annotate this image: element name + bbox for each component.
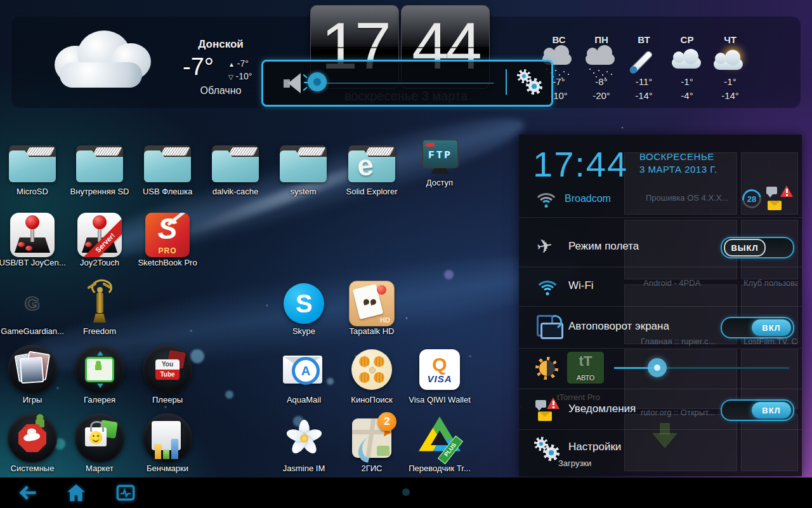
forecast-day: ПН [580, 34, 623, 45]
mail-notification-icon [768, 201, 782, 210]
app-skype[interactable]: S Skype [270, 281, 337, 345]
forecast-low: -20° [580, 90, 623, 101]
row-airplane-mode[interactable]: ✈ Режим полета ВЫКЛ [532, 227, 802, 267]
forecast-widget[interactable]: ВС ПН ВТ СР ЧТ -7° -8° -11° -1° -1° -10°… [537, 30, 753, 100]
row-wifi[interactable]: Wi-Fi [532, 267, 802, 306]
network-name[interactable]: Broadcom [565, 193, 611, 204]
weather-low-icon: ▽ [228, 74, 233, 81]
app-usb-bt-joycenter[interactable]: USB/BT JoyCen... [0, 212, 66, 277]
wallpaper-bokeh [225, 391, 233, 399]
icon-label: Visa QIWI Wallet [398, 395, 481, 404]
airplane-toggle[interactable]: ВЫКЛ [721, 237, 794, 258]
bar-chart-icon [143, 413, 192, 463]
folder-dalvik-cache[interactable]: dalvik-cache [202, 141, 269, 206]
brightness-track[interactable] [657, 367, 789, 369]
app-aquamail[interactable]: A AquaMail [270, 344, 337, 414]
icon-label: Tapatalk HD [331, 326, 413, 336]
app-sketchbook-pro[interactable]: S PRO SketchBook Pro [134, 212, 201, 277]
icon-label: Freedom [58, 326, 141, 336]
group-market[interactable]: Маркет [66, 413, 133, 483]
chat-icon [535, 400, 546, 408]
auto-rotate-toggle[interactable]: ВКЛ [721, 317, 794, 338]
quick-settings-panel: Прошивка OS 4.X.X... Android - 4PDA Клуб… [519, 135, 802, 476]
downloads-label: Загрузки [558, 458, 591, 468]
solid-explorer-icon: e [348, 145, 395, 182]
group-benchmarks[interactable]: Бенчмарки [134, 413, 201, 483]
youtube-icon: You Tube [143, 345, 192, 394]
row-auto-rotate[interactable]: Автоповорот экрана ВКЛ [532, 306, 802, 347]
row-brightness: tT АВТО [532, 348, 802, 389]
app-jasmine-im[interactable]: Jasmine IM [270, 413, 337, 483]
group-gallery[interactable]: Галерея [66, 344, 133, 414]
envelope-icon [538, 411, 552, 421]
skype-icon: S [284, 283, 324, 324]
icon-label: SketchBook Pro [126, 258, 209, 267]
shield-icon: G [14, 283, 51, 324]
notification-count-badge[interactable]: 28 [742, 189, 761, 208]
app-tapatalk-hd[interactable]: HD Tapatalk HD [338, 281, 405, 345]
auto-brightness-button[interactable]: tT АВТО [567, 352, 604, 384]
back-button[interactable] [14, 481, 42, 504]
group-players[interactable]: You Tube Плееры [134, 344, 201, 414]
app-qiwi-wallet[interactable]: Q VISA Visa QIWI Wallet [406, 344, 473, 414]
app-2gis[interactable]: 2 2ГИС [338, 413, 405, 483]
chat-notification-icon [766, 187, 777, 194]
row-notifications[interactable]: Уведомления ВКЛ [532, 389, 802, 429]
app-joy2touch[interactable]: Server! Joy2Touch [66, 212, 133, 277]
android-home-screen: Донской -7° ▲ -7° ▽ -10° Облачно 17 44 в… [0, 0, 812, 508]
row-label: Настройки [568, 441, 621, 453]
folder-usb-flash[interactable]: USB Флешка [134, 141, 201, 206]
map-pin-icon: 2 [352, 418, 391, 458]
group-games[interactable]: Игры [0, 344, 66, 414]
tapatalk-icon: HD [349, 281, 395, 326]
qiwi-icon: Q VISA [419, 349, 460, 390]
brightness-slider-thumb[interactable] [648, 358, 667, 377]
forecast-low: -4° [665, 90, 709, 101]
row-label: Автоповорот экрана [568, 320, 669, 333]
icon-label: Бенчмарки [126, 464, 209, 473]
film-reel-icon [351, 349, 392, 390]
warning-icon [547, 398, 560, 409]
volume-settings-button[interactable] [516, 68, 544, 96]
rotate-screen-icon [535, 315, 562, 338]
volume-popup [261, 60, 553, 107]
app-solid-explorer[interactable]: e Solid Explorer [338, 141, 405, 206]
group-system[interactable]: Системные [0, 413, 66, 483]
forecast-high: -8° [580, 76, 623, 87]
folder-system[interactable]: system [270, 141, 337, 206]
folder-microsd[interactable]: MicroSD [0, 141, 66, 206]
panel-date-line2: 3 МАРТА 2013 Г. [639, 164, 717, 175]
row-label: Режим полета [568, 240, 639, 253]
adblock-icon [8, 413, 57, 463]
home-icon [65, 483, 87, 503]
home-button[interactable] [62, 481, 90, 504]
app-gameguardian[interactable]: G GameGuardian... [0, 281, 66, 345]
panel-date-line1: ВОСКРЕСЕНЬЕ [639, 151, 714, 162]
joystick-icon [10, 213, 55, 257]
notifications-toggle[interactable]: ВКЛ [721, 399, 794, 421]
app-ftp-access[interactable]: FTP Доступ [406, 141, 473, 194]
forecast-low: -14° [709, 90, 752, 101]
app-translator[interactable]: PLUS Переводчик Tr... [406, 413, 473, 483]
divider [506, 69, 507, 95]
brightness-icon [535, 357, 558, 380]
recent-apps-button[interactable] [112, 481, 140, 504]
translate-icon: PLUS [417, 417, 462, 460]
forecast-high: -11° [622, 76, 665, 87]
flower-icon [280, 415, 327, 462]
icon-label: Переводчик Tr... [398, 464, 481, 473]
folder-icon [9, 145, 56, 182]
folder-icon [280, 145, 327, 182]
app-freedom[interactable]: Freedom [66, 281, 133, 345]
folder-icon [212, 145, 259, 182]
volume-slider-thumb[interactable] [308, 72, 327, 91]
forecast-day: ВТ [622, 34, 665, 45]
back-arrow-icon [17, 483, 39, 502]
volume-track[interactable] [310, 83, 494, 84]
weather-condition: Облачно [170, 85, 272, 97]
folder-internal-sd[interactable]: Внутренняя SD [66, 141, 133, 206]
app-kinopoisk[interactable]: КиноПоиск [338, 344, 405, 414]
recent-apps-icon [114, 483, 137, 503]
background-caption: Прошивка OS 4.X.X... [646, 193, 741, 203]
airplane-icon: ✈ [535, 234, 554, 258]
